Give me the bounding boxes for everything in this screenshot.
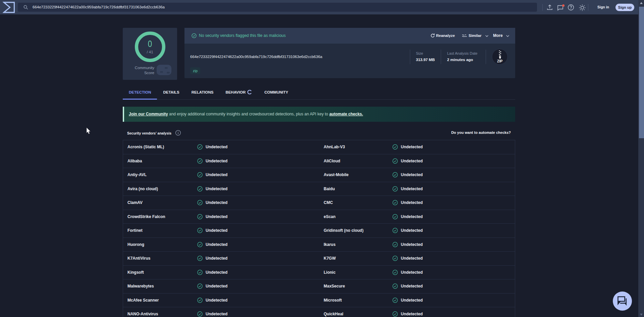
svg-text:ZIP: ZIP — [497, 59, 502, 63]
